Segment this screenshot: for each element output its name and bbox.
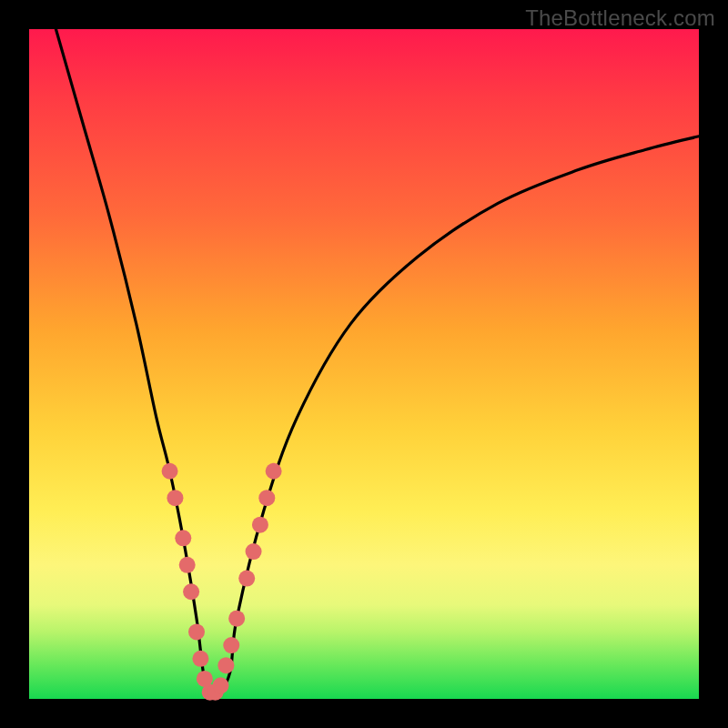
bottleneck-curve-path [56,29,699,703]
highlight-point [252,517,268,533]
highlight-point [188,623,205,640]
highlight-point [217,657,234,673]
highlight-point [246,543,262,560]
highlight-point [162,463,178,480]
highlight-point [192,651,208,667]
highlight-point [238,571,255,587]
highlight-point [266,463,282,480]
curve-layer [29,29,699,699]
chart-frame: TheBottleneck.com [0,0,728,728]
highlight-point [179,557,196,573]
highlight-point [183,583,199,600]
highlight-point [228,611,245,627]
highlight-point [167,490,183,506]
plot-area [29,29,699,699]
highlight-point [175,530,191,546]
highlight-point [258,490,275,506]
highlight-point [223,637,239,653]
highlight-point [212,677,228,693]
watermark-text: TheBottleneck.com [525,5,715,31]
highlight-markers [162,463,282,701]
